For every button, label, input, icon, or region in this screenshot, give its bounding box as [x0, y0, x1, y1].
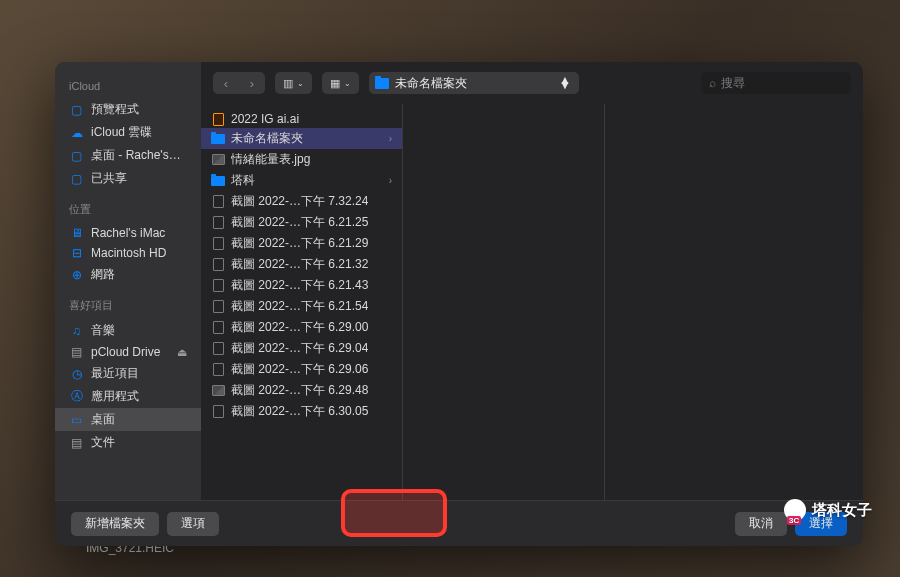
chevron-down-icon: ⌄ [344, 79, 351, 88]
doc-icon [211, 280, 225, 292]
doc-icon [211, 301, 225, 313]
file-row[interactable]: 截圖 2022-…下午 7.32.24 [201, 191, 402, 212]
cloud-icon: ☁ [69, 126, 84, 139]
sidebar: iCloud▢預覽程式☁iCloud 雲碟▢桌面 - Rache's…▢已共享位… [55, 62, 201, 500]
sidebar-item[interactable]: ▤文件 [55, 431, 201, 454]
file-row[interactable]: 截圖 2022-…下午 6.29.48 [201, 380, 402, 401]
file-name: 截圖 2022-…下午 6.21.25 [231, 214, 368, 231]
file-name: 截圖 2022-…下午 6.21.32 [231, 256, 368, 273]
file-name: 情緒能量表.jpg [231, 151, 310, 168]
file-row[interactable]: 截圖 2022-…下午 6.21.54 [201, 296, 402, 317]
file-name: 截圖 2022-…下午 6.21.29 [231, 235, 368, 252]
sidebar-item-label: 文件 [91, 434, 115, 451]
column-2[interactable] [403, 104, 605, 500]
doc-icon: ▤ [69, 436, 84, 449]
dialog-footer: 新增檔案夾 選項 取消 選擇 [55, 500, 863, 546]
cancel-button[interactable]: 取消 [735, 512, 787, 536]
file-row[interactable]: 截圖 2022-…下午 6.21.29 [201, 233, 402, 254]
sidebar-item-label: 網路 [91, 266, 115, 283]
sidebar-item-label: 桌面 - Rache's… [91, 147, 181, 164]
sidebar-item[interactable]: ▢已共享 [55, 167, 201, 190]
new-folder-button[interactable]: 新增檔案夾 [71, 512, 159, 536]
sidebar-section-header: 位置 [55, 198, 201, 223]
doc-icon [211, 259, 225, 271]
file-row[interactable]: 塔科› [201, 170, 402, 191]
column-1[interactable]: 2022 IG ai.ai未命名檔案夾›情緒能量表.jpg塔科›截圖 2022-… [201, 104, 403, 500]
path-label: 未命名檔案夾 [395, 75, 467, 92]
chevron-right-icon: › [389, 133, 392, 144]
file-name: 截圖 2022-…下午 6.21.43 [231, 277, 368, 294]
file-row[interactable]: 未命名檔案夾› [201, 128, 402, 149]
sidebar-item[interactable]: ▤pCloud Drive⏏ [55, 342, 201, 362]
search-icon: ⌕ [709, 76, 716, 90]
doc-icon [211, 406, 225, 418]
display-icon: 🖥 [69, 227, 84, 240]
forward-button[interactable]: › [239, 72, 265, 94]
disk-icon: ⊟ [69, 247, 84, 260]
file-name: 截圖 2022-…下午 6.29.04 [231, 340, 368, 357]
sidebar-item-label: 應用程式 [91, 388, 139, 405]
sidebar-item[interactable]: ▢桌面 - Rache's… [55, 144, 201, 167]
file-row[interactable]: 情緒能量表.jpg [201, 149, 402, 170]
file-row[interactable]: 截圖 2022-…下午 6.21.43 [201, 275, 402, 296]
doc-icon: ▤ [69, 346, 84, 359]
file-name: 截圖 2022-…下午 6.29.00 [231, 319, 368, 336]
sidebar-section-header: iCloud [55, 76, 201, 98]
apps-icon: Ⓐ [69, 390, 84, 403]
doc-icon [211, 322, 225, 334]
sidebar-section-header: 喜好項目 [55, 294, 201, 319]
file-row[interactable]: 截圖 2022-…下午 6.21.32 [201, 254, 402, 275]
file-name: 截圖 2022-…下午 6.21.54 [231, 298, 368, 315]
sidebar-item[interactable]: ⊟Macintosh HD [55, 243, 201, 263]
sidebar-item[interactable]: Ⓐ應用程式 [55, 385, 201, 408]
view-grid-button[interactable]: ▦ ⌄ [322, 72, 359, 94]
sidebar-item[interactable]: ▢預覽程式 [55, 98, 201, 121]
sidebar-item-label: 桌面 [91, 411, 115, 428]
file-row[interactable]: 截圖 2022-…下午 6.21.25 [201, 212, 402, 233]
file-row[interactable]: 截圖 2022-…下午 6.29.04 [201, 338, 402, 359]
eject-icon[interactable]: ⏏ [177, 346, 187, 359]
doc-icon [211, 343, 225, 355]
doc-icon [211, 364, 225, 376]
watermark: 塔科女子 [784, 499, 872, 521]
path-selector[interactable]: 未命名檔案夾 ▲▼ [369, 72, 579, 94]
search-input[interactable]: ⌕ 搜尋 [701, 72, 851, 94]
options-button[interactable]: 選項 [167, 512, 219, 536]
sidebar-item[interactable]: ♫音樂 [55, 319, 201, 342]
folder-icon: ▢ [69, 149, 84, 162]
img-icon [211, 154, 225, 166]
sidebar-item[interactable]: ☁iCloud 雲碟 [55, 121, 201, 144]
sidebar-item-label: 預覽程式 [91, 101, 139, 118]
globe-icon: ⊕ [69, 268, 84, 281]
sidebar-item[interactable]: ▭桌面 [55, 408, 201, 431]
back-button[interactable]: ‹ [213, 72, 239, 94]
search-placeholder: 搜尋 [721, 75, 745, 92]
toolbar: ‹ › ▥ ⌄ ▦ ⌄ 未命名檔案夾 ▲▼ ⌕ [201, 62, 863, 104]
folder-icon: ▢ [69, 103, 84, 116]
desktop-icon: ▭ [69, 413, 84, 426]
nav-buttons: ‹ › [213, 72, 265, 94]
column-3[interactable] [605, 104, 863, 500]
folder-icon: ▢ [69, 172, 84, 185]
file-row[interactable]: 截圖 2022-…下午 6.30.05 [201, 401, 402, 422]
watermark-text: 塔科女子 [812, 501, 872, 520]
column-view: 2022 IG ai.ai未命名檔案夾›情緒能量表.jpg塔科›截圖 2022-… [201, 104, 863, 500]
sidebar-item-label: iCloud 雲碟 [91, 124, 152, 141]
doc-icon [211, 196, 225, 208]
file-row[interactable]: 2022 IG ai.ai [201, 110, 402, 128]
file-name: 未命名檔案夾 [231, 130, 303, 147]
chevron-down-icon: ⌄ [297, 79, 304, 88]
clock-icon: ◷ [69, 367, 84, 380]
folder-icon [375, 78, 389, 89]
file-name: 塔科 [231, 172, 255, 189]
sidebar-item[interactable]: ⊕網路 [55, 263, 201, 286]
view-columns-button[interactable]: ▥ ⌄ [275, 72, 312, 94]
doc-icon [211, 238, 225, 250]
open-dialog: iCloud▢預覽程式☁iCloud 雲碟▢桌面 - Rache's…▢已共享位… [55, 62, 863, 546]
file-row[interactable]: 截圖 2022-…下午 6.29.06 [201, 359, 402, 380]
sidebar-item-label: 最近項目 [91, 365, 139, 382]
file-row[interactable]: 截圖 2022-…下午 6.29.00 [201, 317, 402, 338]
sidebar-item[interactable]: 🖥Rachel's iMac [55, 223, 201, 243]
sidebar-item[interactable]: ◷最近項目 [55, 362, 201, 385]
columns-icon: ▥ [283, 77, 293, 90]
